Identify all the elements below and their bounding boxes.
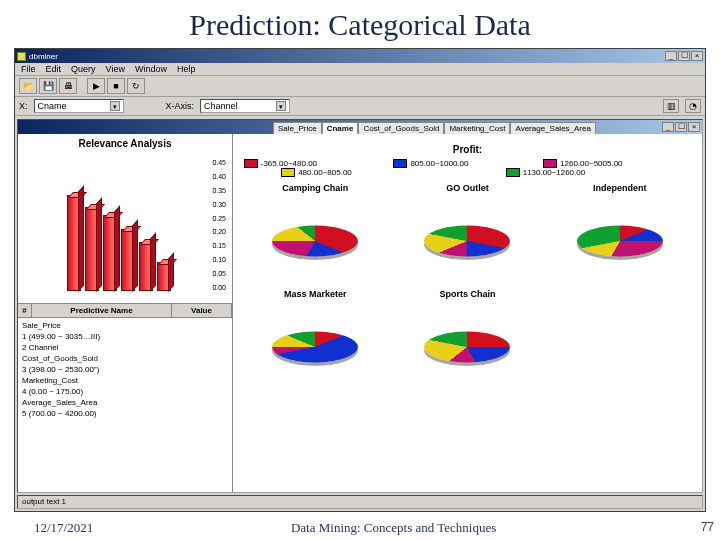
menu-query[interactable]: Query [71, 64, 96, 74]
pie-cell [395, 303, 539, 391]
legend-swatch [281, 168, 295, 177]
pie-cell [548, 197, 692, 285]
relevance-title: Relevance Analysis [18, 134, 232, 153]
table-row[interactable]: Average_Sales_Area [22, 397, 228, 408]
y-tick: 0.10 [212, 256, 226, 263]
footer-center: Data Mining: Concepts and Techniques [291, 520, 496, 536]
col-value[interactable]: Value [172, 304, 232, 317]
toolbar-print-icon[interactable]: 🖶 [59, 78, 77, 94]
tab-cost_of_goods_sold[interactable]: Cost_of_Goods_Sold [358, 122, 444, 134]
dropdown-arrow-icon: ▾ [276, 101, 286, 111]
footer-date: 12/17/2021 [34, 520, 93, 536]
document-area: _ ☐ × Relevance Analysis 0.450.400.350.3… [17, 119, 703, 493]
slide-title: Prediction: Categorical Data [0, 0, 720, 46]
toolbar-refresh-icon[interactable]: ↻ [127, 78, 145, 94]
x-axis-value: Cname [38, 101, 67, 111]
y-axis-label: X-Axis: [166, 101, 195, 111]
dropdown-arrow-icon: ▾ [110, 101, 120, 111]
menu-window[interactable]: Window [135, 64, 167, 74]
pie-label: GO Outlet [395, 183, 539, 193]
titlebar: dbminer _ ☐ × [15, 49, 705, 63]
left-pane: Relevance Analysis 0.450.400.350.300.250… [18, 134, 233, 492]
legend-item: -365.00~480.00 [244, 159, 392, 168]
table-row[interactable]: 1 (499.00 ~ 3035…III) [22, 331, 228, 342]
slide-footer: 12/17/2021 Data Mining: Concepts and Tec… [0, 520, 720, 536]
pie-chart [577, 226, 663, 257]
app-icon [17, 52, 26, 61]
pie-label: Mass Marketer [243, 289, 387, 299]
legend-swatch [506, 168, 520, 177]
legend-label: 1260.00~5005.00 [560, 159, 623, 168]
y-tick: 0.05 [212, 270, 226, 277]
x-axis-select[interactable]: Cname ▾ [34, 99, 124, 113]
menubar: File Edit Query View Window Help [15, 63, 705, 76]
table-row[interactable]: Sale_Price [22, 320, 228, 331]
view-bar-icon[interactable]: ▥ [663, 99, 679, 113]
table-row[interactable]: Cost_of_Goods_Sold [22, 353, 228, 364]
col-name[interactable]: Predictive Name [32, 304, 172, 317]
y-axis-value: Channel [204, 101, 238, 111]
toolbar-stop-icon[interactable]: ■ [107, 78, 125, 94]
legend-label: 1130.00~1260.00 [523, 168, 586, 177]
menu-edit[interactable]: Edit [46, 64, 62, 74]
legend-swatch [543, 159, 557, 168]
pie-chart [272, 332, 358, 363]
x-axis-label: X: [19, 101, 28, 111]
pie-chart [424, 226, 510, 257]
legend-label: 480.00~805.00 [298, 168, 352, 177]
table-row[interactable]: 4 (0.00 ~ 175.00) [22, 386, 228, 397]
profit-title: Profit: [235, 136, 700, 157]
tab-cname[interactable]: Cname [322, 122, 359, 134]
table-row[interactable]: 5 (700.00 ~ 4200.00) [22, 408, 228, 419]
tab-marketing_cost[interactable]: Marketing_Cost [444, 122, 510, 134]
doc-maximize-button[interactable]: ☐ [675, 122, 687, 132]
doc-minimize-button[interactable]: _ [662, 122, 674, 132]
tab-sale_price[interactable]: Sale_Price [273, 122, 322, 134]
toolbar-run-icon[interactable]: ▶ [87, 78, 105, 94]
pie-label: Camping Chain [243, 183, 387, 193]
legend-swatch [393, 159, 407, 168]
legend-label: 805.00~1000.00 [410, 159, 468, 168]
table-row[interactable]: Marketing_Cost [22, 375, 228, 386]
legend-item: 805.00~1000.00 [393, 159, 541, 168]
right-pane: Sale_PriceCnameCost_of_Goods_SoldMarketi… [233, 134, 702, 492]
window-buttons: _ ☐ × [665, 51, 703, 61]
app-title: dbminer [29, 52, 58, 61]
menu-help[interactable]: Help [177, 64, 196, 74]
relevance-bar [157, 262, 171, 291]
predictive-table: # Predictive Name Value Sale_Price1 (499… [18, 303, 232, 492]
toolbar-save-icon[interactable]: 💾 [39, 78, 57, 94]
relevance-bar [85, 207, 99, 291]
legend-item: 1130.00~1260.00 [506, 168, 654, 177]
pie-cell [243, 303, 387, 391]
pie-label: Sports Chain [395, 289, 539, 299]
legend-item: 480.00~805.00 [281, 168, 429, 177]
relevance-bar [67, 195, 81, 291]
pie-label [548, 289, 692, 299]
y-axis-select[interactable]: Channel ▾ [200, 99, 290, 113]
col-hash[interactable]: # [18, 304, 32, 317]
maximize-button[interactable]: ☐ [678, 51, 690, 61]
relevance-bar [139, 242, 153, 291]
y-tick: 0.45 [212, 159, 226, 166]
toolbar: 📂 💾 🖶 ▶ ■ ↻ [15, 76, 705, 97]
y-tick: 0.30 [212, 201, 226, 208]
doc-close-button[interactable]: × [688, 122, 700, 132]
pie-cell [395, 197, 539, 285]
menu-view[interactable]: View [106, 64, 125, 74]
relevance-bar [103, 215, 117, 291]
toolbar-open-icon[interactable]: 📂 [19, 78, 37, 94]
y-tick: 0.00 [212, 284, 226, 291]
pie-chart [424, 332, 510, 363]
pie-cell [243, 197, 387, 285]
view-pie-icon[interactable]: ◔ [685, 99, 701, 113]
axis-bar: X: Cname ▾ X-Axis: Channel ▾ ▥ ◔ [15, 97, 705, 116]
menu-file[interactable]: File [21, 64, 36, 74]
close-button[interactable]: × [691, 51, 703, 61]
tab-average_sales_area[interactable]: Average_Sales_Area [510, 122, 595, 134]
pie-label: Independent [548, 183, 692, 193]
table-row[interactable]: 2 Channel [22, 342, 228, 353]
table-row[interactable]: 3 (398.00 ~ 2530.00") [22, 364, 228, 375]
page-number: 77 [701, 520, 714, 534]
minimize-button[interactable]: _ [665, 51, 677, 61]
